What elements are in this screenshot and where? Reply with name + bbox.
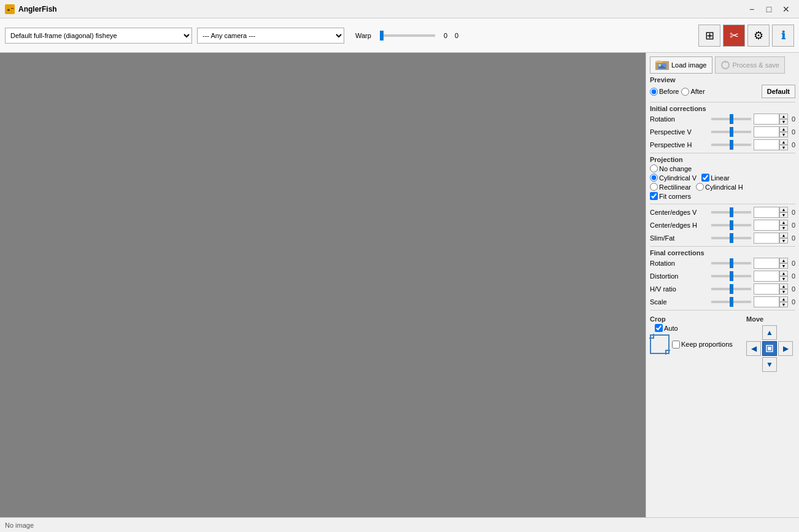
hv-ratio-up-button[interactable]: ▲ — [779, 283, 788, 289]
no-change-radio-label[interactable]: No change — [650, 164, 795, 172]
move-right-button[interactable]: ▶ — [778, 341, 793, 356]
canvas-area[interactable] — [0, 53, 646, 517]
fit-corners-checkbox[interactable] — [650, 192, 658, 200]
slim-fat-slider[interactable] — [711, 237, 751, 239]
grid-view-button[interactable]: ⊞ — [698, 25, 720, 47]
slim-fat-down-button[interactable]: ▼ — [779, 238, 788, 244]
projection-row3: Rectilinear Cylindrical H — [650, 183, 795, 191]
slim-fat-spin: 0 ▲ ▼ — [754, 233, 788, 244]
final-rotation-input[interactable]: 0.00 — [754, 258, 779, 269]
distortion-slider[interactable] — [711, 275, 751, 277]
final-rotation-down-button[interactable]: ▼ — [779, 263, 788, 269]
before-radio-label[interactable]: Before — [650, 88, 679, 96]
keep-proportions-checkbox-label[interactable]: Keep proportions — [672, 341, 733, 349]
hv-ratio-label: H/V ratio — [650, 285, 711, 293]
info-button[interactable]: ℹ — [772, 25, 794, 47]
before-radio[interactable] — [650, 88, 658, 96]
center-edges-v-slider[interactable] — [711, 211, 751, 214]
cylindrical-h-radio-label[interactable]: Cylindrical H — [696, 183, 743, 191]
after-radio[interactable] — [681, 88, 689, 96]
final-rotation-up-button[interactable]: ▲ — [779, 258, 788, 263]
center-edges-v-down-button[interactable]: ▼ — [779, 212, 788, 218]
scissors-button[interactable]: ✂ — [723, 25, 745, 47]
perspective-h-slider[interactable] — [711, 144, 751, 146]
center-edges-h-spin-buttons: ▲ ▼ — [779, 220, 788, 231]
maximize-button[interactable]: □ — [761, 2, 777, 16]
distortion-down-button[interactable]: ▼ — [779, 276, 788, 282]
lens-profile-select[interactable]: Default full-frame (diagonal) fisheye — [5, 28, 192, 44]
distortion-input[interactable]: 0.00 — [754, 271, 779, 282]
settings-button[interactable]: ⚙ — [747, 25, 770, 47]
scale-slider[interactable] — [711, 301, 751, 303]
cylindrical-v-label: Cylindrical V — [659, 174, 697, 182]
perspective-h-up-button[interactable]: ▲ — [779, 139, 788, 145]
initial-rotation-input[interactable]: 0.00 — [754, 114, 779, 125]
perspective-h-input[interactable]: 0.00 — [754, 139, 779, 150]
center-edges-h-slider[interactable] — [711, 224, 751, 226]
final-rotation-slider[interactable] — [711, 262, 751, 264]
camera-select[interactable]: --- Any camera --- — [197, 28, 344, 44]
center-edges-v-spin-buttons: ▲ ▼ — [779, 207, 788, 218]
perspective-v-input[interactable]: 0.00 — [754, 126, 779, 137]
minimize-button[interactable]: − — [744, 2, 760, 16]
center-edges-v-up-button[interactable]: ▲ — [779, 207, 788, 212]
close-button[interactable]: ✕ — [778, 2, 794, 16]
rectilinear-radio-label[interactable]: Rectilinear — [650, 183, 691, 191]
scale-down-button[interactable]: ▼ — [779, 302, 788, 307]
warp-slider[interactable] — [380, 34, 435, 37]
linear-checkbox-label[interactable]: Linear — [701, 174, 730, 182]
auto-checkbox[interactable] — [655, 324, 663, 332]
move-center-button[interactable] — [762, 341, 777, 356]
move-down-button[interactable]: ▼ — [762, 357, 777, 372]
fit-corners-checkbox-label[interactable]: Fit corners — [650, 192, 691, 200]
slim-fat-row: Slim/Fat 0 ▲ ▼ 0 — [650, 233, 795, 244]
distortion-up-button[interactable]: ▲ — [779, 271, 788, 276]
no-change-label: No change — [659, 165, 692, 172]
perspective-v-down-button[interactable]: ▼ — [779, 132, 788, 137]
perspective-v-slider[interactable] — [711, 131, 751, 133]
initial-rotation-slider[interactable] — [711, 118, 751, 120]
move-up-button[interactable]: ▲ — [762, 325, 777, 340]
move-empty-tl — [746, 325, 761, 340]
settings-icon: ⚙ — [754, 29, 763, 42]
keep-proportions-label: Keep proportions — [681, 341, 733, 348]
perspective-h-down-button[interactable]: ▼ — [779, 145, 788, 150]
center-edges-v-input[interactable]: 0 — [754, 207, 779, 218]
cylindrical-h-label: Cylindrical H — [705, 183, 743, 191]
process-icon — [720, 60, 730, 70]
scale-up-button[interactable]: ▲ — [779, 296, 788, 302]
initial-rotation-down-button[interactable]: ▼ — [779, 119, 788, 125]
cylindrical-v-radio-label[interactable]: Cylindrical V — [650, 174, 697, 182]
grid-icon: ⊞ — [705, 29, 714, 42]
load-image-button[interactable]: Load image — [650, 56, 712, 74]
auto-checkbox-label[interactable]: Auto — [655, 324, 741, 332]
hv-ratio-slider[interactable] — [711, 288, 751, 290]
cylindrical-h-radio[interactable] — [696, 183, 704, 191]
center-edges-h-down-button[interactable]: ▼ — [779, 225, 788, 231]
move-left-button[interactable]: ◀ — [746, 341, 761, 356]
scale-row: Scale 0 ▲ ▼ 0 — [650, 296, 795, 307]
center-edges-h-up-button[interactable]: ▲ — [779, 220, 788, 225]
slim-fat-input[interactable]: 0 — [754, 233, 779, 244]
center-edges-h-row: Center/edges H 0 ▲ ▼ 0 — [650, 220, 795, 231]
status-text: No image — [5, 522, 34, 529]
hv-ratio-down-button[interactable]: ▼ — [779, 289, 788, 295]
perspective-v-up-button[interactable]: ▲ — [779, 126, 788, 132]
keep-proportions-checkbox[interactable] — [672, 341, 680, 349]
scale-input[interactable]: 0 — [754, 296, 779, 307]
initial-rotation-up-button[interactable]: ▲ — [779, 114, 788, 119]
hv-ratio-slider-container — [711, 283, 751, 295]
center-edges-h-input[interactable]: 0 — [754, 220, 779, 231]
default-button[interactable]: Default — [762, 85, 795, 98]
slim-fat-up-button[interactable]: ▲ — [779, 233, 788, 238]
linear-checkbox[interactable] — [701, 174, 709, 182]
perspective-h-row: Perspective H 0.00 ▲ ▼ 0 — [650, 139, 795, 150]
hv-ratio-spin-buttons: ▲ ▼ — [779, 283, 788, 295]
cylindrical-v-radio[interactable] — [650, 174, 658, 182]
distortion-row: Distortion 0.00 ▲ ▼ 0 — [650, 271, 795, 282]
rectilinear-radio[interactable] — [650, 183, 658, 191]
after-radio-label[interactable]: After — [681, 88, 704, 96]
no-change-radio[interactable] — [650, 164, 658, 172]
hv-ratio-input[interactable]: 0 — [754, 283, 779, 295]
crop-icon[interactable] — [650, 334, 670, 354]
